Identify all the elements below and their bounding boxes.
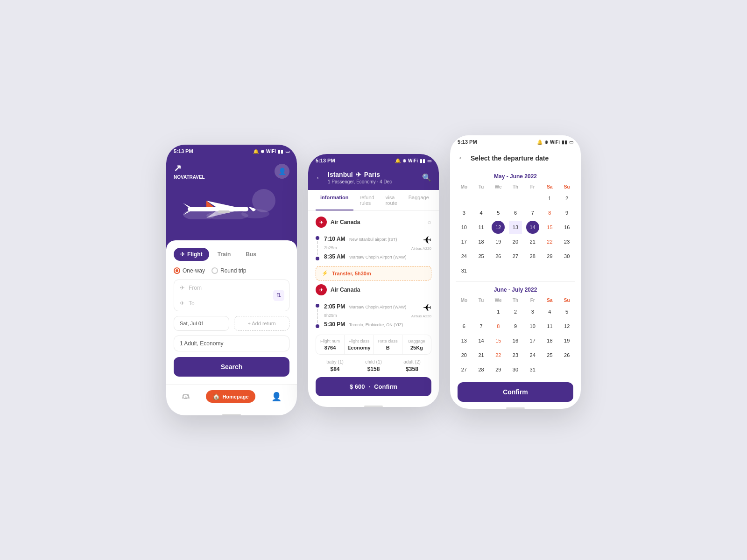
from-input-row[interactable]: ✈ From [174, 280, 289, 295]
cal-cell[interactable]: 27 [509, 250, 522, 263]
add-return-button[interactable]: + Add return [234, 316, 289, 331]
cal-cell[interactable]: 31 [458, 264, 471, 277]
cal-cell[interactable]: 2 [509, 305, 522, 318]
avatar-button[interactable]: 👤 [275, 164, 289, 179]
cal-cell[interactable]: 22 [492, 349, 505, 362]
signal-icon: ▮▮ [278, 149, 283, 154]
cal-cell[interactable]: 19 [492, 235, 505, 248]
cal-cell[interactable]: 9 [560, 206, 573, 219]
cal-cell[interactable]: 16 [509, 334, 522, 347]
wifi-icon-3: WiFi [550, 140, 560, 145]
cal-cell[interactable]: 25 [475, 250, 488, 263]
cal-cell[interactable]: 12 [560, 320, 573, 333]
cal-cell[interactable]: 31 [526, 363, 539, 376]
back-button[interactable]: ← [316, 174, 323, 182]
cal-cell[interactable]: 24 [526, 349, 539, 362]
trip-type-group: One-way Round trip [174, 267, 289, 274]
round-trip-radio[interactable]: Round trip [211, 267, 246, 274]
cal-cell[interactable]: 15 [492, 334, 505, 347]
cal-cell[interactable]: 6 [458, 320, 471, 333]
cal-cell[interactable]: 29 [492, 363, 505, 376]
cal-cell[interactable]: 14 [475, 334, 488, 347]
swap-button[interactable]: ⇅ [273, 290, 284, 301]
day-we-2: We [490, 296, 507, 305]
search-button[interactable]: Search [174, 357, 289, 377]
cal-cell[interactable]: 17 [458, 235, 471, 248]
cal-cell[interactable]: 22 [543, 235, 556, 248]
cal-cell[interactable]: 23 [509, 349, 522, 362]
cal-cell[interactable]: 19 [560, 334, 573, 347]
cal-cell[interactable]: 10 [458, 221, 471, 234]
cal-cell[interactable]: 16 [560, 221, 573, 234]
cal-cell[interactable]: 24 [458, 250, 471, 263]
flight-icon: ✈ [180, 251, 185, 258]
confirm-button-3[interactable]: Confirm [458, 382, 573, 402]
cal-cell[interactable]: 8 [543, 206, 556, 219]
cal-cell[interactable]: 14 [526, 221, 539, 234]
month-2-title: June - July 2022 [456, 287, 575, 293]
cal-cell[interactable]: 5 [560, 305, 573, 318]
cal-cell[interactable]: 13 [458, 334, 471, 347]
tab-flight[interactable]: ✈ Flight [174, 248, 209, 261]
bluetooth-icon-3: ⊕ [544, 140, 548, 145]
tab-baggage[interactable]: Baggage [404, 190, 434, 210]
cal-cell[interactable]: 12 [492, 221, 505, 234]
search-icon-button[interactable]: 🔍 [422, 173, 431, 182]
cal-cell[interactable]: 29 [543, 250, 556, 263]
cal-cell[interactable]: 4 [543, 305, 556, 318]
profile-nav[interactable]: 👤 [271, 392, 282, 402]
cal-cell[interactable]: 28 [475, 363, 488, 376]
cal-cell[interactable]: 6 [509, 206, 522, 219]
cal-cell[interactable]: 3 [526, 305, 539, 318]
expand-button-1[interactable]: ○ [428, 218, 431, 226]
cal-cell[interactable]: 20 [509, 235, 522, 248]
cal-cell[interactable]: 1 [543, 192, 556, 205]
cal-cell[interactable]: 20 [458, 349, 471, 362]
one-way-radio[interactable]: One-way [174, 267, 205, 274]
date-input[interactable]: Sat, Jul 01 [174, 316, 229, 331]
cal-cell[interactable]: 8 [492, 320, 505, 333]
cal-cell[interactable]: 21 [475, 349, 488, 362]
cal-cell[interactable]: 1 [492, 305, 505, 318]
cal-cell[interactable]: 23 [560, 235, 573, 248]
cal-cell[interactable]: 21 [526, 235, 539, 248]
status-time-1: 5:13 PM [174, 148, 193, 154]
cal-cell[interactable]: 25 [543, 349, 556, 362]
cal-cell[interactable]: 27 [458, 363, 471, 376]
tab-bus[interactable]: Bus [239, 248, 263, 261]
flight-content: ✈ Air Canada ○ 7:10 AM [308, 211, 439, 402]
tab-information[interactable]: information [316, 190, 353, 210]
arrive-info-2: 5:30 PM Toronto, Etobicoke, ON (YIZ) [324, 320, 406, 328]
tab-train[interactable]: Train [211, 248, 238, 261]
tickets-nav[interactable]: 🎟 [182, 392, 190, 401]
cal-cell[interactable]: 11 [543, 320, 556, 333]
cal-cell[interactable]: 30 [560, 250, 573, 263]
cal-cell[interactable]: 7 [526, 206, 539, 219]
homepage-nav[interactable]: 🏠 Homepage [206, 390, 255, 403]
cal-cell[interactable]: 30 [509, 363, 522, 376]
cal-cell[interactable]: 7 [475, 320, 488, 333]
cal-cell[interactable]: 3 [458, 206, 471, 219]
cal-cell[interactable]: 13 [509, 221, 522, 234]
cal-cell[interactable]: 10 [526, 320, 539, 333]
tab-visa[interactable]: visa route [381, 190, 402, 210]
cal-cell[interactable]: 5 [492, 206, 505, 219]
cal-cell[interactable]: 26 [560, 349, 573, 362]
confirm-button-2[interactable]: $ 600 · Confirm [316, 377, 431, 396]
cal-cell[interactable]: 15 [543, 221, 556, 234]
status-bar-1: 5:13 PM 🔔 ⊕ WiFi ▮▮ ▭ [166, 145, 297, 157]
calendar-header: ← Select the departure date [450, 147, 581, 168]
tab-refund[interactable]: refund rules [355, 190, 379, 210]
cal-cell[interactable]: 26 [492, 250, 505, 263]
cal-cell[interactable]: 28 [526, 250, 539, 263]
to-input-row[interactable]: ✈ To [174, 295, 289, 311]
cal-cell[interactable]: 17 [526, 334, 539, 347]
cal-cell[interactable]: 11 [475, 221, 488, 234]
cal-cell[interactable]: 18 [543, 334, 556, 347]
cal-cell[interactable]: 18 [475, 235, 488, 248]
cal-cell[interactable]: 9 [509, 320, 522, 333]
calendar-back-button[interactable]: ← [458, 153, 466, 163]
passenger-input[interactable]: 1 Adult, Economy [174, 336, 289, 351]
cal-cell[interactable]: 2 [560, 192, 573, 205]
cal-cell[interactable]: 4 [475, 206, 488, 219]
